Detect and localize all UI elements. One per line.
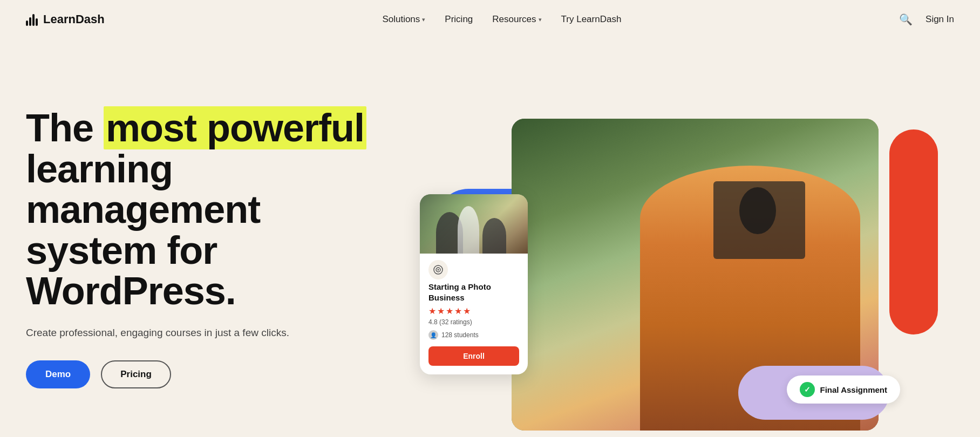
hero-section: The most powerful learning management sy… — [0, 39, 980, 437]
red-blob — [889, 129, 938, 334]
course-card-image — [420, 194, 528, 254]
hero-left: The most powerful learning management sy… — [26, 65, 393, 388]
hero-subtitle: Create professional, engaging courses in… — [26, 327, 393, 339]
nav-item-resources[interactable]: Resources ▾ — [492, 14, 541, 25]
signin-link[interactable]: Sign In — [925, 14, 954, 25]
chevron-down-icon: ▾ — [539, 16, 542, 23]
pricing-button[interactable]: Pricing — [101, 360, 171, 388]
students-icon: 👤 — [428, 330, 438, 340]
hero-right: Starting a Photo Business ★★★★★ 4.8 (32 … — [425, 65, 954, 437]
course-card-rating: 4.8 (32 ratings) — [420, 318, 528, 330]
nav-item-pricing[interactable]: Pricing — [445, 14, 473, 25]
highlighted-text: most powerful — [104, 106, 366, 149]
nav-item-try-learndash[interactable]: Try LearnDash — [561, 14, 622, 25]
course-card-title: Starting a Photo Business — [420, 282, 528, 306]
hero-buttons: Demo Pricing — [26, 360, 393, 388]
navbar: LearnDash Solutions ▾ Pricing Resources … — [0, 0, 980, 39]
course-card: Starting a Photo Business ★★★★★ 4.8 (32 … — [420, 194, 528, 374]
final-badge-label: Final Assignment — [820, 385, 887, 394]
course-card-logo — [428, 260, 448, 279]
hero-title: The most powerful learning management sy… — [26, 108, 393, 312]
logo-text: LearnDash — [43, 12, 105, 26]
search-icon[interactable]: 🔍 — [899, 13, 913, 26]
logo-icon — [26, 13, 38, 26]
demo-button[interactable]: Demo — [26, 360, 90, 388]
nav-item-solutions[interactable]: Solutions ▾ — [382, 14, 425, 25]
course-card-stars: ★★★★★ — [420, 306, 528, 318]
chevron-down-icon: ▾ — [422, 16, 425, 23]
svg-point-2 — [438, 269, 439, 271]
nav-center: Solutions ▾ Pricing Resources ▾ Try Lear… — [382, 14, 621, 25]
course-card-students: 👤 128 students — [420, 330, 528, 346]
logo[interactable]: LearnDash — [26, 12, 105, 26]
check-circle-icon: ✓ — [800, 382, 815, 397]
nav-right: 🔍 Sign In — [899, 13, 954, 26]
final-assignment-badge: ✓ Final Assignment — [787, 375, 900, 404]
enroll-button[interactable]: Enroll — [428, 346, 519, 366]
